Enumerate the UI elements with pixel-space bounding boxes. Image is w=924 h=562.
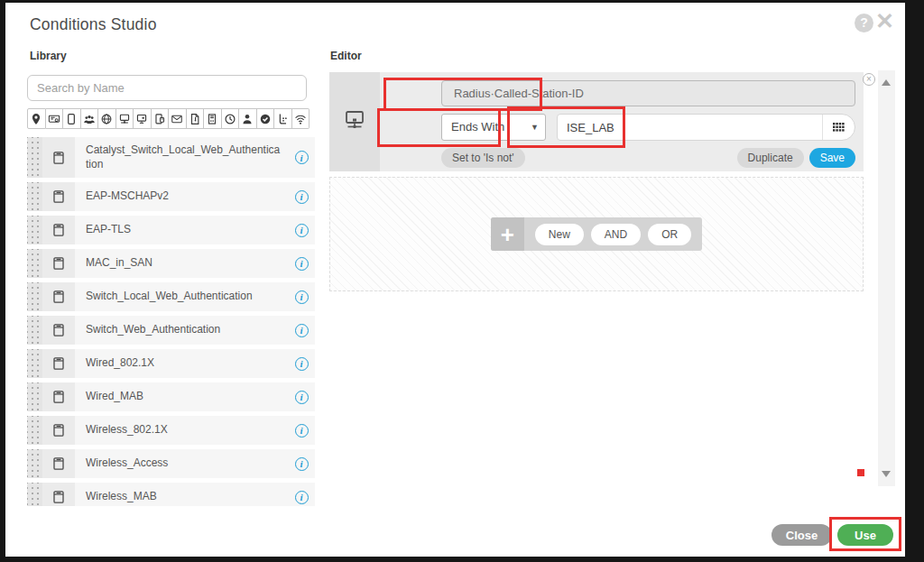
info-icon[interactable]: i bbox=[295, 324, 309, 337]
drag-handle-icon[interactable] bbox=[27, 137, 42, 178]
info-cell: i bbox=[288, 416, 315, 445]
operator-select[interactable]: Ends With ▼ bbox=[441, 114, 546, 141]
posture-icon[interactable] bbox=[152, 108, 170, 129]
list-item-Wireless_802.1X[interactable]: Wireless_802.1X i bbox=[27, 416, 315, 445]
info-icon[interactable]: i bbox=[295, 151, 309, 164]
or-button[interactable]: OR bbox=[648, 224, 691, 245]
list-item-label: Wireless_802.1X bbox=[75, 416, 288, 445]
list-item-label: Switch_Local_Web_Authentication bbox=[75, 282, 288, 311]
network-device-icon[interactable] bbox=[116, 108, 134, 129]
workstation-icon[interactable] bbox=[134, 108, 152, 129]
drag-handle-icon[interactable] bbox=[27, 282, 42, 311]
operator-value: Ends With bbox=[451, 120, 504, 134]
value-input[interactable] bbox=[558, 115, 822, 140]
info-cell: i bbox=[288, 216, 315, 244]
compliance-icon[interactable] bbox=[257, 108, 275, 129]
drag-handle-icon[interactable] bbox=[27, 483, 42, 506]
identity-group-icon[interactable] bbox=[81, 108, 99, 129]
info-icon[interactable]: i bbox=[295, 257, 309, 271]
condition-type-column bbox=[329, 72, 380, 171]
list-item-label: Switch_Web_Authentication bbox=[75, 316, 288, 345]
web-icon[interactable] bbox=[98, 108, 116, 129]
editor-scrollbar[interactable] bbox=[878, 70, 895, 486]
condition-book-icon bbox=[42, 349, 75, 378]
use-button[interactable]: Use bbox=[837, 524, 893, 546]
editor-label: Editor bbox=[330, 50, 362, 62]
info-icon[interactable]: i bbox=[295, 190, 309, 204]
time-icon[interactable] bbox=[222, 108, 240, 129]
condition-book-icon bbox=[42, 483, 75, 506]
drag-handle-icon[interactable] bbox=[27, 382, 42, 411]
condition-drop-zone[interactable]: + New AND OR bbox=[329, 177, 864, 291]
library-label: Library bbox=[30, 50, 67, 62]
certificate-icon[interactable] bbox=[46, 108, 64, 129]
info-icon[interactable]: i bbox=[295, 357, 309, 371]
plus-icon[interactable]: + bbox=[491, 217, 524, 251]
list-item-label: Wireless_MAB bbox=[75, 483, 288, 506]
file-icon[interactable] bbox=[187, 108, 205, 129]
page-title: Conditions Studio bbox=[30, 15, 157, 34]
list-item-label: Catalyst_Switch_Local_Web_Authentication bbox=[75, 137, 288, 178]
save-button[interactable]: Save bbox=[809, 148, 855, 168]
drag-handle-icon[interactable] bbox=[27, 182, 42, 211]
info-cell: i bbox=[288, 483, 315, 506]
list-item-Switch_Web_Authentication[interactable]: Switch_Web_Authentication i bbox=[27, 316, 315, 345]
user-icon[interactable] bbox=[239, 108, 257, 129]
scroll-down-icon[interactable] bbox=[882, 471, 891, 477]
drag-handle-icon[interactable] bbox=[27, 216, 42, 244]
close-icon[interactable]: ✕ bbox=[875, 8, 894, 33]
attribute-field[interactable]: Radius·Called-Station-ID bbox=[441, 80, 855, 106]
list-item-Wired_802.1X[interactable]: Wired_802.1X i bbox=[27, 349, 315, 378]
red-marker bbox=[857, 469, 864, 476]
port-icon[interactable] bbox=[274, 108, 292, 129]
value-input-group bbox=[557, 114, 855, 141]
remove-condition-icon[interactable]: × bbox=[863, 73, 875, 86]
scroll-up-icon[interactable] bbox=[882, 79, 891, 86]
drag-handle-icon[interactable] bbox=[27, 249, 42, 278]
location-icon[interactable] bbox=[27, 108, 46, 129]
new-button[interactable]: New bbox=[535, 224, 584, 245]
server-icon[interactable] bbox=[204, 108, 222, 129]
info-cell: i bbox=[288, 282, 315, 311]
list-item-EAP-TLS[interactable]: EAP-TLS i bbox=[27, 216, 315, 244]
email-icon[interactable] bbox=[169, 108, 187, 129]
set-to-is-not-button[interactable]: Set to 'Is not' bbox=[441, 148, 525, 168]
attribute-picker-button[interactable] bbox=[822, 115, 855, 140]
and-button[interactable]: AND bbox=[591, 224, 641, 245]
wifi-icon[interactable] bbox=[292, 108, 310, 129]
list-item-MAC_in_SAN[interactable]: MAC_in_SAN i bbox=[27, 249, 315, 278]
info-icon[interactable]: i bbox=[295, 391, 309, 404]
info-icon[interactable]: i bbox=[295, 290, 309, 304]
drag-handle-icon[interactable] bbox=[27, 316, 42, 345]
info-icon[interactable]: i bbox=[295, 457, 309, 471]
list-item-Wireless_MAB[interactable]: Wireless_MAB i bbox=[27, 483, 315, 506]
endpoint-icon[interactable] bbox=[63, 108, 81, 129]
list-item-Switch_Local_Web_Authentication[interactable]: Switch_Local_Web_Authentication i bbox=[27, 282, 315, 311]
info-cell: i bbox=[288, 316, 315, 345]
condition-book-icon bbox=[42, 316, 75, 345]
card-actions: Duplicate Save bbox=[737, 148, 855, 168]
network-access-icon bbox=[342, 107, 367, 136]
list-item-label: EAP-MSCHAPv2 bbox=[75, 182, 288, 211]
info-cell: i bbox=[288, 182, 315, 211]
list-item-Wireless_Access[interactable]: Wireless_Access i bbox=[27, 449, 315, 478]
new-condition-options: New AND OR bbox=[524, 217, 702, 251]
grid-icon bbox=[833, 119, 845, 135]
info-cell: i bbox=[288, 382, 315, 411]
list-item-Wired_MAB[interactable]: Wired_MAB i bbox=[27, 382, 315, 411]
info-icon[interactable]: i bbox=[295, 224, 309, 237]
list-item-label: MAC_in_SAN bbox=[75, 249, 288, 278]
info-icon[interactable]: i bbox=[295, 424, 309, 438]
list-item-Catalyst_Switch_Local_Web_Authentication[interactable]: Catalyst_Switch_Local_Web_Authentication… bbox=[27, 137, 315, 178]
drag-handle-icon[interactable] bbox=[27, 349, 42, 378]
drag-handle-icon[interactable] bbox=[27, 449, 42, 478]
chevron-down-icon: ▼ bbox=[531, 115, 539, 140]
list-item-EAP-MSCHAPv2[interactable]: EAP-MSCHAPv2 i bbox=[27, 182, 315, 211]
close-button[interactable]: Close bbox=[772, 524, 832, 546]
help-icon[interactable]: ? bbox=[855, 14, 873, 32]
duplicate-button[interactable]: Duplicate bbox=[737, 148, 804, 168]
info-icon[interactable]: i bbox=[295, 491, 309, 504]
library-condition-list: Catalyst_Switch_Local_Web_Authentication… bbox=[27, 137, 315, 506]
drag-handle-icon[interactable] bbox=[27, 416, 42, 445]
search-input[interactable] bbox=[27, 75, 307, 101]
